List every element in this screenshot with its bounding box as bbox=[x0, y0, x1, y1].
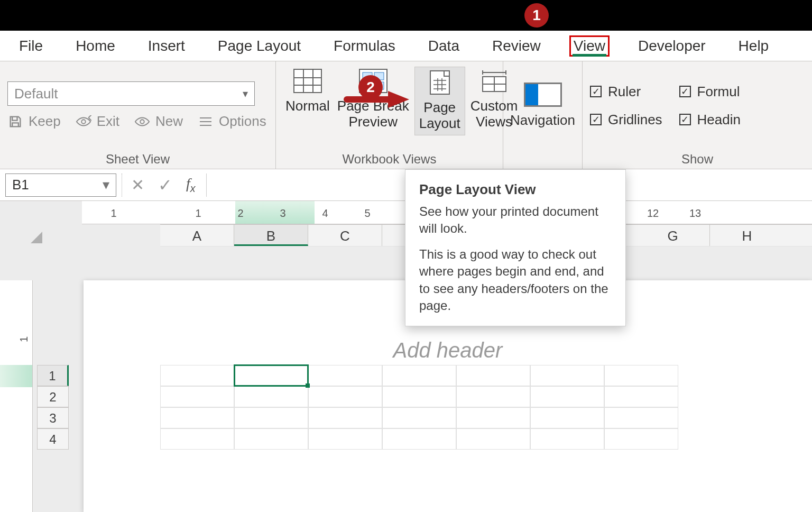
cell-b3[interactable] bbox=[234, 407, 308, 428]
cell-c1[interactable] bbox=[308, 365, 382, 386]
worksheet-area: 1 1 2 3 4 5 12 13 A B C G H 1 1 2 3 4 Ad… bbox=[0, 201, 812, 512]
row-header-4[interactable]: 4 bbox=[37, 428, 69, 450]
column-header-h[interactable]: H bbox=[710, 225, 784, 246]
row-header-3[interactable]: 3 bbox=[37, 407, 69, 428]
normal-view-button[interactable]: Normal bbox=[283, 67, 332, 130]
cell-c2[interactable] bbox=[308, 386, 382, 407]
page-layout-icon bbox=[423, 68, 457, 97]
headings-checkbox[interactable]: ✓Headin bbox=[679, 112, 741, 128]
column-header-a[interactable]: A bbox=[160, 225, 234, 246]
checkmark-icon: ✓ bbox=[679, 86, 691, 97]
ruler-mark: 5 bbox=[364, 207, 370, 220]
group-navigation: Navigation bbox=[503, 61, 583, 169]
formula-bar-checkbox[interactable]: ✓Formul bbox=[679, 84, 741, 100]
tooltip-line-2: This is a good way to check out where pa… bbox=[419, 246, 612, 315]
cell-c4[interactable] bbox=[308, 428, 382, 450]
eye-exit-icon bbox=[76, 114, 91, 130]
cell-b2[interactable] bbox=[234, 386, 308, 407]
cell-f2[interactable] bbox=[530, 386, 604, 407]
tab-insert[interactable]: Insert bbox=[144, 35, 189, 57]
save-icon bbox=[7, 114, 23, 130]
cell-a2[interactable] bbox=[160, 386, 234, 407]
page-layout-label-2: Layout bbox=[419, 116, 460, 132]
cell-d4[interactable] bbox=[382, 428, 456, 450]
cell-a3[interactable] bbox=[160, 407, 234, 428]
ruler-checkbox[interactable]: ✓Ruler bbox=[590, 84, 662, 100]
annotation-badge-1: 1 bbox=[524, 3, 549, 28]
fx-icon[interactable]: fx bbox=[186, 175, 196, 195]
navigation-icon bbox=[524, 83, 562, 107]
new-label: New bbox=[155, 113, 183, 130]
tab-page-layout[interactable]: Page Layout bbox=[214, 35, 305, 57]
add-header-placeholder[interactable]: Add header bbox=[84, 339, 812, 362]
tab-help[interactable]: Help bbox=[734, 35, 773, 57]
cell-f3[interactable] bbox=[530, 407, 604, 428]
cell-g3[interactable] bbox=[604, 407, 678, 428]
name-box[interactable]: B1 ▾ bbox=[5, 173, 116, 197]
checkmark-icon: ✓ bbox=[590, 86, 602, 97]
navigation-button[interactable]: Navigation bbox=[510, 83, 575, 129]
cell-e4[interactable] bbox=[456, 428, 530, 450]
chevron-down-icon: ▾ bbox=[243, 87, 248, 100]
vertical-ruler[interactable]: 1 bbox=[0, 280, 33, 512]
row-header-2[interactable]: 2 bbox=[37, 386, 69, 407]
checkmark-icon: ✓ bbox=[679, 114, 691, 125]
tab-formulas[interactable]: Formulas bbox=[329, 35, 400, 57]
svg-point-3 bbox=[140, 120, 144, 124]
options-button[interactable]: Options bbox=[198, 113, 266, 130]
cell-e1[interactable] bbox=[456, 365, 530, 386]
row-header-1[interactable]: 1 bbox=[37, 365, 69, 386]
group-workbook-views: Normal Page Break Preview Page Layout bbox=[276, 61, 503, 169]
column-header-g[interactable]: G bbox=[636, 225, 710, 246]
eye-new-icon bbox=[134, 114, 150, 130]
tab-home[interactable]: Home bbox=[71, 35, 119, 57]
column-header-b[interactable]: B bbox=[234, 225, 308, 246]
svg-rect-10 bbox=[294, 69, 321, 93]
cancel-icon[interactable]: ✕ bbox=[131, 176, 144, 194]
formula-bar-label: Formul bbox=[697, 84, 740, 100]
sheet-view-selector[interactable]: Default ▾ bbox=[7, 81, 255, 106]
chevron-down-icon: ▾ bbox=[103, 177, 109, 193]
cell-g1[interactable] bbox=[604, 365, 678, 386]
select-all-triangle[interactable] bbox=[0, 224, 47, 246]
ruler-mark: 3 bbox=[280, 207, 285, 220]
tab-review[interactable]: Review bbox=[488, 35, 545, 57]
row-headers: 1 2 3 4 bbox=[37, 365, 69, 450]
tab-view[interactable]: View bbox=[569, 35, 610, 57]
cell-d2[interactable] bbox=[382, 386, 456, 407]
exit-label: Exit bbox=[97, 113, 119, 130]
column-header-c[interactable]: C bbox=[308, 225, 382, 246]
list-icon bbox=[198, 114, 214, 130]
cell-f1[interactable] bbox=[530, 365, 604, 386]
svg-point-0 bbox=[81, 120, 86, 124]
cell-c3[interactable] bbox=[308, 407, 382, 428]
cell-grid[interactable] bbox=[160, 365, 678, 450]
page-layout-view-button[interactable]: Page Layout bbox=[414, 67, 465, 135]
ruler-label: Ruler bbox=[608, 84, 641, 100]
cell-g4[interactable] bbox=[604, 428, 678, 450]
cell-b1[interactable] bbox=[234, 365, 308, 386]
exit-button[interactable]: Exit bbox=[76, 113, 119, 130]
cell-a4[interactable] bbox=[160, 428, 234, 450]
cell-e2[interactable] bbox=[456, 386, 530, 407]
new-button[interactable]: New bbox=[134, 113, 183, 130]
tab-file[interactable]: File bbox=[15, 35, 47, 57]
cell-g2[interactable] bbox=[604, 386, 678, 407]
group-label-sheet-view: Sheet View bbox=[7, 150, 268, 169]
cell-f4[interactable] bbox=[530, 428, 604, 450]
ruler-mark: 1 bbox=[110, 207, 116, 220]
gridlines-checkbox[interactable]: ✓Gridlines bbox=[590, 112, 662, 128]
cell-d3[interactable] bbox=[382, 407, 456, 428]
tab-data[interactable]: Data bbox=[424, 35, 464, 57]
enter-icon[interactable]: ✓ bbox=[158, 175, 172, 195]
keep-button[interactable]: Keep bbox=[7, 113, 61, 130]
cell-e3[interactable] bbox=[456, 407, 530, 428]
tab-developer[interactable]: Developer bbox=[634, 35, 710, 57]
group-label-show: Show bbox=[590, 150, 805, 169]
cell-a1[interactable] bbox=[160, 365, 234, 386]
cell-d1[interactable] bbox=[382, 365, 456, 386]
separator bbox=[122, 173, 126, 197]
page-layout-label-1: Page bbox=[423, 100, 456, 116]
cell-b4[interactable] bbox=[234, 428, 308, 450]
ruler-mark: 13 bbox=[689, 207, 701, 220]
